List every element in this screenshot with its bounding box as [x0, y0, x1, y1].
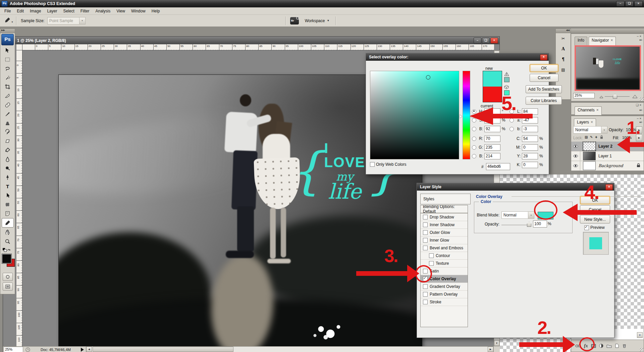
zoom-level-field[interactable]: 25% [4, 347, 23, 352]
lock-position-icon[interactable]: + [595, 135, 597, 140]
navigator-zoom-slider[interactable] [605, 96, 630, 97]
gamut-swatch[interactable] [504, 77, 509, 82]
doc-close-button[interactable]: × [490, 38, 498, 44]
color-value-row[interactable]: Y: 28 % [509, 152, 543, 160]
screen-mode-button[interactable] [3, 283, 13, 291]
color-value-field[interactable]: 0 [522, 162, 538, 168]
doc-minimize-button[interactable]: – [474, 38, 481, 44]
style-checkbox[interactable] [423, 246, 428, 250]
layer-visibility-toggle[interactable] [571, 142, 580, 151]
color-value-row[interactable]: b: -3 [509, 124, 543, 133]
layer-visibility-toggle[interactable] [571, 151, 580, 161]
palette-icon-tools[interactable]: ✂ [557, 34, 569, 44]
color-value-row[interactable]: C: 54 % [509, 134, 543, 143]
gamut-warning-icon[interactable] [504, 72, 509, 76]
horizontal-ruler[interactable]: 0510152025303540455055606570758085909510… [22, 44, 494, 50]
status-menu-arrow-icon[interactable] [81, 348, 84, 352]
ok-button[interactable]: OK [530, 64, 558, 72]
dialog-close-button[interactable]: × [540, 54, 547, 60]
color-value-field[interactable]: 28 [522, 153, 538, 159]
hscroll-thumb[interactable] [93, 347, 233, 352]
style-checkbox[interactable] [423, 238, 428, 243]
style-item[interactable]: Gradient Overlay [421, 283, 468, 291]
color-value-field[interactable]: 92 [484, 126, 500, 132]
slice-tool[interactable] [2, 91, 13, 100]
zoom-in-icon[interactable] [632, 94, 638, 98]
layers-blend-mode-select[interactable]: Normal▼ [573, 126, 607, 134]
color-radio[interactable] [472, 137, 476, 141]
type-tool[interactable]: T [2, 182, 13, 191]
color-value-field[interactable]: 54 [522, 136, 538, 142]
style-item[interactable]: Bevel and Emboss [421, 244, 468, 252]
custom-shape-tool[interactable] [2, 200, 13, 209]
zoom-tool[interactable] [2, 237, 13, 246]
tab-close-icon[interactable]: × [610, 38, 613, 45]
color-value-row[interactable]: G: 235 [472, 143, 506, 152]
lock-pixels-icon[interactable]: ✎ [590, 135, 593, 139]
layer-row[interactable]: Background [571, 161, 644, 171]
style-checkbox[interactable] [423, 222, 428, 227]
dock-collapse-button[interactable]: ◀◀ [556, 29, 571, 33]
new-layer-icon[interactable] [615, 344, 619, 348]
color-value-row[interactable]: M: 0 % [509, 143, 543, 152]
navigator-zoom-field[interactable]: 25% [573, 93, 595, 98]
adjustment-layer-icon[interactable] [599, 344, 603, 348]
color-value-row[interactable]: K: 0 % [509, 160, 543, 169]
minimize-button[interactable]: – [616, 1, 625, 7]
layer-thumbnail[interactable] [583, 161, 596, 170]
eyedropper-tool[interactable] [2, 218, 14, 228]
palette-close-icon[interactable]: × [640, 117, 642, 120]
scroll-down-icon[interactable]: ▼ [637, 332, 643, 338]
preview-checkbox[interactable] [584, 225, 589, 230]
only-web-colors-checkbox[interactable] [370, 162, 375, 167]
color-value-field[interactable]: 235 [484, 144, 500, 151]
workspace-label[interactable]: Workspace [305, 18, 325, 23]
eraser-tool[interactable] [2, 137, 13, 145]
color-value-field[interactable]: 214 [484, 153, 500, 159]
style-checkbox[interactable] [423, 292, 428, 297]
style-checkbox[interactable] [429, 253, 434, 258]
palette-icon-character[interactable]: A [557, 44, 569, 54]
quick-mask-button[interactable] [3, 273, 13, 281]
new-style-button[interactable]: New Style... [580, 215, 610, 223]
palette-close-icon[interactable]: × [640, 35, 642, 38]
lock-transparency-icon[interactable]: ▨ [585, 135, 588, 139]
close-button[interactable]: × [634, 1, 643, 7]
resize-grip[interactable] [640, 97, 643, 101]
color-radio[interactable] [472, 145, 476, 150]
tab-channels[interactable]: Channels× [575, 106, 602, 115]
blur-tool[interactable] [2, 155, 13, 163]
ruler-origin[interactable] [16, 44, 22, 50]
color-radio[interactable] [509, 127, 514, 131]
horizontal-scrollbar[interactable]: ◀ ▶ [86, 346, 494, 352]
crop-tool[interactable] [2, 82, 13, 91]
style-checkbox[interactable] [423, 230, 428, 235]
color-value-row[interactable]: B: 92 % [472, 124, 506, 133]
color-value-field[interactable]: -3 [522, 126, 538, 132]
style-checkbox[interactable] [423, 215, 428, 219]
styles-header[interactable]: Styles [420, 194, 471, 204]
palette-maximize-icon[interactable]: ❏ [636, 103, 640, 107]
magic-wand-tool[interactable] [2, 73, 13, 82]
style-item[interactable]: Outer Glow [421, 229, 468, 237]
workspace-arrow-icon[interactable]: ▼ [327, 19, 329, 22]
lock-all-icon[interactable] [600, 135, 603, 139]
status-clock-icon[interactable] [25, 347, 31, 352]
menu-item[interactable]: Analysis [92, 8, 113, 14]
layer-name[interactable]: Layer 1 [598, 154, 612, 158]
menu-item[interactable]: Window [128, 8, 149, 14]
blend-mode-select[interactable]: Normal▼ [501, 211, 534, 219]
dock-header-strip[interactable] [571, 29, 644, 33]
style-item[interactable]: Inner Glow [421, 237, 468, 244]
tab-close-icon[interactable]: × [596, 108, 599, 115]
toolbox-header[interactable]: ▶▶ [0, 29, 15, 33]
color-radio[interactable] [472, 154, 476, 158]
style-item[interactable]: Contour [421, 252, 468, 260]
style-item[interactable]: Blending Options: Default [421, 205, 468, 213]
color-field[interactable] [370, 71, 459, 159]
doc-restore-button[interactable]: ❏ [482, 38, 490, 44]
style-item[interactable]: Pattern Overlay [421, 291, 468, 298]
move-tool[interactable] [2, 46, 13, 55]
cancel-button[interactable]: Cancel [530, 74, 558, 82]
hue-marker-left-icon[interactable] [460, 115, 462, 118]
